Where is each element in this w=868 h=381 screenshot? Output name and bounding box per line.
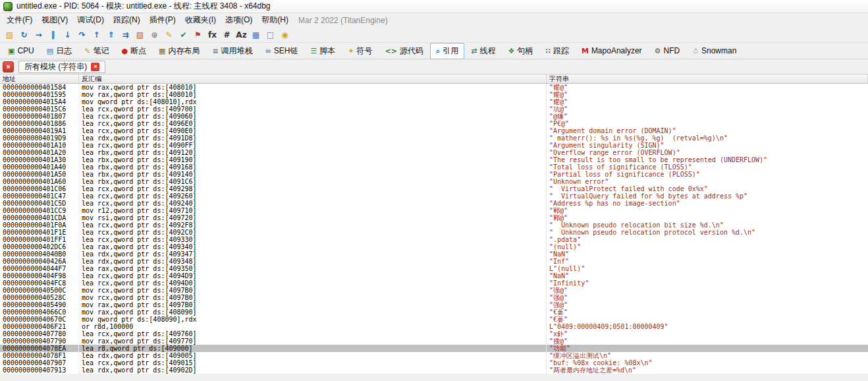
row-disassembly: mov rax,qword ptr ds:[408010] (79, 91, 547, 98)
table-row[interactable]: 000000000040426Alea rdx,qword ptr ds:[40… (0, 258, 868, 265)
table-row[interactable]: 0000000000401A20lea rbx,qword ptr ds:[40… (0, 149, 868, 156)
tab-源代码[interactable]: <>源代码 (379, 43, 429, 59)
menu-item[interactable]: 插件(P) (145, 13, 180, 27)
table-row[interactable]: 0000000000401F1Elea rcx,qword ptr ds:[40… (0, 229, 868, 236)
table-row[interactable]: 00000000004078F1lea rdx,qword ptr ds:[40… (0, 352, 868, 359)
menu-item[interactable]: 选项(O) (221, 13, 257, 27)
patch-icon[interactable]: ▧ (133, 28, 147, 42)
table-row[interactable]: 00000000004019A1lea rcx,qword ptr ds:[40… (0, 127, 868, 134)
row-disassembly: lea rbx,qword ptr ds:[409190] (79, 156, 547, 163)
table-row[interactable]: 00000000004015C6lea rcx,qword ptr ds:[40… (0, 105, 868, 113)
table-row[interactable]: 0000000000401CC9mov r12,qword ptr ds:[40… (0, 207, 868, 214)
menu-item[interactable]: 文件(F) (2, 13, 37, 27)
table-row[interactable]: 0000000000401886lea rcx,qword ptr ds:[40… (0, 120, 868, 127)
table-row[interactable]: 0000000000401A30lea rbx,qword ptr ds:[40… (0, 156, 868, 163)
table-row[interactable]: 0000000000401595mov rax,qword ptr ds:[40… (0, 91, 868, 98)
table-row[interactable]: 00000000004015A4mov qword ptr ds:[408010… (0, 98, 868, 105)
table-row[interactable]: 0000000000404F98lea rcx,qword ptr ds:[40… (0, 272, 868, 279)
table-row[interactable]: 0000000000401A60lea rbx,qword ptr ds:[40… (0, 178, 868, 185)
tab-NFD[interactable]: ⚙NFD (649, 44, 686, 58)
tab-调用堆栈[interactable]: ≡调用堆栈 (206, 43, 258, 59)
report-icon[interactable]: ◉ (278, 28, 292, 42)
tab-SEH链[interactable]: ∞SEH链 (259, 43, 304, 59)
tab-脚本[interactable]: ☰脚本 (304, 43, 341, 59)
menu-item[interactable]: 收藏夹(I) (180, 13, 221, 27)
table-row[interactable]: 00000000004066C0mov rax,qword ptr ds:[40… (0, 308, 868, 316)
case-icon[interactable]: Az (234, 28, 248, 42)
tab-all-modules-strings[interactable]: 所有模块 (字符串) × (18, 61, 105, 73)
tab-断点[interactable]: ●断点 (115, 43, 152, 59)
column-header-disassembly[interactable]: 反汇编 (79, 74, 547, 83)
tab-符号[interactable]: ✦符号 (342, 43, 378, 59)
column-header-address[interactable]: 地址 (0, 74, 79, 83)
pencil-icon[interactable]: ✎ (162, 28, 176, 42)
table-row[interactable]: 0000000000404FC8lea rcx,qword ptr ds:[40… (0, 279, 868, 287)
pause-icon[interactable]: ‖ (46, 28, 60, 42)
call-stack-icon: ≡ (212, 47, 218, 55)
row-disassembly: lea r8,qword ptr ds:[409000] (79, 345, 547, 352)
attach-icon[interactable]: ⊕ (148, 28, 161, 42)
restart-icon[interactable]: ↻ (17, 28, 31, 42)
table-row[interactable]: 0000000000401C5Dlea rcx,qword ptr ds:[40… (0, 200, 868, 207)
tab-Snowman[interactable]: ☃Snowman (686, 44, 742, 58)
table-row[interactable]: 0000000000401584mov rax,qword ptr ds:[40… (0, 84, 868, 91)
close-all-tabs-button[interactable]: × (3, 61, 14, 73)
table-row[interactable]: 0000000000401A10lea rcx,qword ptr ds:[40… (0, 142, 868, 149)
step-over-icon[interactable]: ↷ (75, 28, 89, 42)
table-row[interactable]: 0000000000401A50lea rbx,qword ptr ds:[40… (0, 171, 868, 178)
table-row[interactable]: 0000000000407907lea rcx,qword ptr ds:[40… (0, 359, 868, 366)
row-address: 00000000004015C6 (0, 105, 79, 113)
table-row[interactable]: 0000000000401FF1lea rcx,qword ptr ds:[40… (0, 236, 868, 243)
table-row[interactable]: 0000000000405490mov rax,qword ptr ds:[40… (0, 301, 868, 308)
table-row[interactable]: 0000000000401CDAmov rsi,qword ptr ds:[40… (0, 214, 868, 221)
open-file-icon[interactable]: ▨ (3, 28, 16, 42)
table-row[interactable]: 0000000000407780lea rcx,qword ptr ds:[40… (0, 330, 868, 337)
table-row[interactable]: 000000000040670Cmov qword ptr ds:[408090… (0, 316, 868, 323)
tab-句柄[interactable]: ❖句柄 (502, 43, 539, 59)
menu-item[interactable]: 视图(V) (37, 13, 72, 27)
table-row[interactable]: 00000000004019D9lea rdx,qword ptr ds:[40… (0, 134, 868, 142)
tab-内存布局[interactable]: ▦内存布局 (153, 43, 205, 59)
table-row[interactable]: 00000000004040B0lea rdx,qword ptr ds:[40… (0, 250, 868, 258)
table-row[interactable]: 0000000000407913lea rdx,qword ptr ds:[40… (0, 366, 868, 374)
table-row[interactable]: 0000000000406F21or r8d,100000L"0409:0000… (0, 323, 868, 330)
table-row[interactable]: 0000000000401807lea rcx,qword ptr ds:[40… (0, 113, 868, 120)
close-icon[interactable]: × (91, 63, 99, 71)
run-icon[interactable]: → (32, 28, 45, 42)
menu-item[interactable]: 跟踪(N) (109, 13, 145, 27)
table-row[interactable]: 0000000000401F0Alea rcx,qword ptr ds:[40… (0, 221, 868, 229)
window-icon[interactable]: □ (263, 28, 277, 42)
row-disassembly: lea rcx,qword ptr ds:[409330] (79, 236, 547, 243)
table-row[interactable]: 00000000004044F7lea rax,qword ptr ds:[40… (0, 265, 868, 272)
hash-icon[interactable]: # (220, 28, 234, 42)
menu-item[interactable]: 帮助(H) (257, 13, 293, 27)
execute-till-return-icon[interactable]: ⇑ (104, 28, 118, 42)
table-row[interactable]: 0000000000401A40lea rbx,qword ptr ds:[40… (0, 163, 868, 171)
tab-MapoAnalyzer[interactable]: MMapoAnalyzer (576, 44, 648, 58)
step-into-icon[interactable]: ↓ (61, 28, 74, 42)
row-address: 00000000004019A1 (0, 127, 79, 134)
menu-item[interactable]: 调试(D) (72, 13, 109, 27)
tab-CPU[interactable]: ▣CPU (2, 44, 40, 58)
row-disassembly: lea rcx,qword ptr ds:[409015] (79, 359, 547, 366)
table-row[interactable]: 00000000004078EAlea r8,qword ptr ds:[409… (0, 345, 868, 352)
tab-日志[interactable]: ▤日志 (41, 43, 78, 59)
table-row[interactable]: 0000000000407790mov rax,qword ptr ds:[40… (0, 337, 868, 345)
flag-icon[interactable]: ⚑ (191, 28, 205, 42)
table-row[interactable]: 0000000000401C47lea rcx,qword ptr ds:[40… (0, 192, 868, 200)
check-icon[interactable]: ✔ (176, 28, 190, 42)
fx-trace-icon[interactable]: fx (205, 28, 219, 42)
row-string: "Total loss of significance (TLOSS)" (547, 163, 868, 171)
calculator-icon[interactable]: ▦ (249, 28, 263, 42)
tab-引用[interactable]: ⌕引用 (430, 43, 464, 59)
table-row[interactable]: 000000000040528Cmov rcx,qword ptr ds:[40… (0, 294, 868, 301)
table-row[interactable]: 000000000040500Cmov rcx,qword ptr ds:[40… (0, 287, 868, 294)
step-out-icon[interactable]: ↑ (90, 28, 103, 42)
column-header-string[interactable]: 字符串 (547, 74, 868, 83)
tab-跟踪[interactable]: ∷跟踪 (539, 43, 575, 59)
tab-笔记[interactable]: ✎笔记 (78, 43, 115, 59)
tab-线程[interactable]: ⇄线程 (465, 43, 501, 59)
table-row[interactable]: 0000000000402DC6lea rax,qword ptr ds:[40… (0, 243, 868, 250)
table-row[interactable]: 0000000000401C06lea rcx,qword ptr ds:[40… (0, 185, 868, 192)
animate-icon[interactable]: ⇉ (119, 28, 132, 42)
